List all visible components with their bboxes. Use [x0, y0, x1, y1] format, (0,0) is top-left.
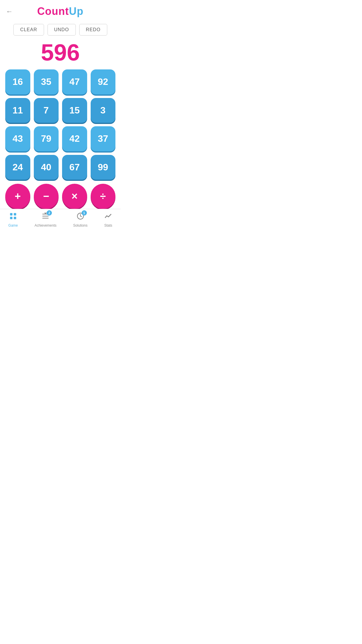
title-count: Count: [37, 5, 69, 17]
number-grid: 163547921171534379423724406799: [0, 69, 121, 180]
add-button[interactable]: +: [5, 184, 30, 209]
redo-button[interactable]: REDO: [79, 24, 107, 36]
header: ← CountUp: [0, 0, 121, 20]
nav-item-solutions[interactable]: 1Solutions: [73, 212, 87, 228]
nav-item-game[interactable]: Game: [8, 212, 18, 228]
nav-label-achievements: Achievements: [34, 223, 56, 228]
nav-item-stats[interactable]: Stats: [104, 212, 112, 228]
num-btn-35[interactable]: 35: [34, 69, 59, 94]
num-btn-47[interactable]: 47: [62, 69, 87, 94]
num-btn-3[interactable]: 3: [91, 98, 116, 123]
num-btn-42[interactable]: 42: [62, 126, 87, 151]
nav-item-achievements[interactable]: 2Achievements: [34, 212, 56, 228]
num-btn-11[interactable]: 11: [5, 98, 30, 123]
nav-label-solutions: Solutions: [73, 223, 87, 228]
divide-button[interactable]: ÷: [91, 184, 116, 209]
num-btn-37[interactable]: 37: [91, 126, 116, 151]
num-btn-40[interactable]: 40: [34, 155, 59, 180]
num-btn-43[interactable]: 43: [5, 126, 30, 151]
svg-rect-1: [14, 213, 16, 215]
num-btn-79[interactable]: 79: [34, 126, 59, 151]
num-btn-92[interactable]: 92: [91, 69, 116, 94]
num-btn-16[interactable]: 16: [5, 69, 30, 94]
svg-rect-0: [10, 213, 12, 215]
num-btn-67[interactable]: 67: [62, 155, 87, 180]
nav-badge-achievements: 2: [47, 210, 52, 216]
action-row: CLEAR UNDO REDO: [13, 24, 107, 36]
subtract-button[interactable]: −: [34, 184, 59, 209]
nav-label-game: Game: [8, 223, 18, 228]
grid-icon: [9, 212, 17, 222]
num-btn-7[interactable]: 7: [34, 98, 59, 123]
stats-icon: [104, 212, 112, 222]
bottom-nav: Game2Achievements1SolutionsStats: [0, 209, 121, 232]
num-btn-99[interactable]: 99: [91, 155, 116, 180]
num-btn-15[interactable]: 15: [62, 98, 87, 123]
clear-button[interactable]: CLEAR: [13, 24, 44, 36]
operator-row: +−×÷: [0, 180, 121, 209]
num-btn-24[interactable]: 24: [5, 155, 30, 180]
multiply-button[interactable]: ×: [62, 184, 87, 209]
undo-button[interactable]: UNDO: [48, 24, 76, 36]
nav-badge-solutions: 1: [82, 210, 87, 216]
svg-rect-2: [10, 217, 12, 219]
back-button[interactable]: ←: [6, 7, 13, 15]
nav-label-stats: Stats: [104, 223, 112, 228]
score-display: 596: [41, 41, 80, 64]
svg-rect-3: [14, 217, 16, 219]
app-title: CountUp: [37, 5, 84, 18]
title-up: Up: [69, 5, 83, 17]
